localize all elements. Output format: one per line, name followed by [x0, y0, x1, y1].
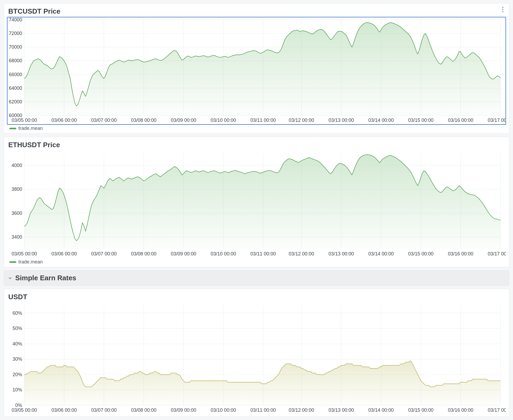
svg-text:3400: 3400	[11, 234, 22, 240]
panel-title: BTCUSDT Price	[8, 7, 506, 15]
svg-text:03/12 00:00: 03/12 00:00	[289, 118, 314, 123]
svg-text:03/07 00:00: 03/07 00:00	[91, 118, 116, 123]
svg-text:30%: 30%	[13, 356, 22, 362]
panel-usdt[interactable]: USDT 0%10%20%30%40%50%60%03/05 00:0003/0…	[4, 289, 509, 417]
svg-text:03/11 00:00: 03/11 00:00	[250, 407, 276, 413]
section-header[interactable]: Simple Earn Rates	[4, 270, 509, 286]
svg-text:03/06 00:00: 03/06 00:00	[51, 407, 77, 413]
svg-text:03/16 00:00: 03/16 00:00	[448, 407, 473, 413]
svg-text:03/10 00:00: 03/10 00:00	[211, 118, 236, 123]
svg-text:03/17 00:00: 03/17 00:00	[488, 407, 506, 413]
svg-text:03/10 00:00: 03/10 00:00	[211, 251, 236, 256]
dashboard-page: BTCUSDT Price 60000620006400066000680007…	[0, 0, 513, 420]
chart-svg: 6000062000640006600068000700007200074000…	[7, 17, 506, 125]
chart-area[interactable]: 0%10%20%30%40%50%60%03/05 00:0003/06 00:…	[7, 303, 506, 414]
svg-text:03/05 00:00: 03/05 00:00	[11, 118, 37, 123]
panel-btcusdt[interactable]: BTCUSDT Price 60000620006400066000680007…	[4, 3, 509, 134]
chart-svg: 0%10%20%30%40%50%60%03/05 00:0003/06 00:…	[7, 303, 506, 414]
legend-swatch	[9, 261, 16, 263]
svg-text:03/09 00:00: 03/09 00:00	[171, 407, 196, 413]
svg-text:50%: 50%	[13, 326, 22, 331]
svg-text:03/11 00:00: 03/11 00:00	[250, 251, 276, 256]
svg-text:03/05 00:00: 03/05 00:00	[11, 251, 37, 256]
svg-text:03/05 00:00: 03/05 00:00	[11, 407, 37, 413]
chevron-down-icon	[8, 276, 13, 281]
svg-text:03/16 00:00: 03/16 00:00	[448, 251, 473, 256]
svg-text:72000: 72000	[9, 31, 22, 36]
panel-title: USDT	[8, 293, 506, 301]
svg-text:03/13 00:00: 03/13 00:00	[329, 118, 354, 123]
svg-text:03/15 00:00: 03/15 00:00	[408, 407, 433, 413]
svg-text:68000: 68000	[9, 58, 22, 63]
svg-text:66000: 66000	[9, 72, 22, 77]
svg-point-2	[502, 11, 503, 12]
svg-text:40%: 40%	[13, 341, 22, 347]
svg-text:03/16 00:00: 03/16 00:00	[448, 118, 473, 123]
svg-text:3800: 3800	[11, 186, 22, 192]
panel-menu-button[interactable]	[498, 5, 507, 14]
svg-text:3600: 3600	[11, 211, 22, 216]
svg-text:60000: 60000	[9, 113, 22, 118]
svg-text:03/12 00:00: 03/12 00:00	[289, 251, 314, 256]
svg-text:03/17 00:00: 03/17 00:00	[488, 251, 506, 256]
chart-legend[interactable]: trade.mean	[7, 126, 506, 131]
svg-text:03/12 00:00: 03/12 00:00	[289, 407, 314, 413]
svg-text:60%: 60%	[13, 310, 22, 316]
svg-point-0	[502, 7, 503, 8]
svg-text:03/06 00:00: 03/06 00:00	[51, 118, 77, 123]
svg-text:03/09 00:00: 03/09 00:00	[171, 118, 196, 123]
svg-text:20%: 20%	[13, 372, 22, 377]
svg-text:03/15 00:00: 03/15 00:00	[408, 118, 433, 123]
svg-text:03/17 00:00: 03/17 00:00	[488, 118, 506, 123]
svg-text:4000: 4000	[11, 163, 22, 168]
svg-text:03/15 00:00: 03/15 00:00	[408, 251, 433, 256]
svg-text:03/09 00:00: 03/09 00:00	[171, 251, 196, 256]
svg-text:03/08 00:00: 03/08 00:00	[131, 118, 156, 123]
svg-text:0%: 0%	[15, 403, 22, 408]
svg-text:10%: 10%	[13, 387, 22, 392]
chart-area[interactable]: 340036003800400003/05 00:0003/06 00:0003…	[7, 151, 506, 258]
svg-point-1	[502, 9, 503, 10]
chart-svg: 340036003800400003/05 00:0003/06 00:0003…	[7, 151, 506, 258]
svg-text:03/08 00:00: 03/08 00:00	[131, 407, 156, 413]
svg-text:03/13 00:00: 03/13 00:00	[329, 407, 354, 413]
section-title: Simple Earn Rates	[15, 274, 76, 282]
svg-text:62000: 62000	[9, 99, 22, 104]
svg-text:03/13 00:00: 03/13 00:00	[329, 251, 354, 256]
svg-text:03/14 00:00: 03/14 00:00	[368, 118, 394, 123]
chart-area[interactable]: 6000062000640006600068000700007200074000…	[7, 17, 506, 125]
svg-text:03/07 00:00: 03/07 00:00	[91, 407, 116, 413]
svg-text:74000: 74000	[9, 17, 22, 22]
chart-legend[interactable]: trade.mean	[7, 259, 506, 265]
legend-label: trade.mean	[18, 259, 43, 265]
svg-text:03/11 00:00: 03/11 00:00	[250, 118, 276, 123]
svg-text:03/07 00:00: 03/07 00:00	[91, 251, 116, 256]
legend-swatch	[9, 128, 16, 129]
svg-text:03/08 00:00: 03/08 00:00	[131, 251, 156, 256]
legend-label: trade.mean	[18, 126, 43, 131]
svg-text:03/14 00:00: 03/14 00:00	[368, 407, 394, 413]
svg-text:03/10 00:00: 03/10 00:00	[211, 407, 236, 413]
panel-ethusdt[interactable]: ETHUSDT Price 340036003800400003/05 00:0…	[4, 137, 509, 267]
svg-text:64000: 64000	[9, 85, 22, 91]
more-vertical-icon	[502, 7, 504, 13]
svg-text:70000: 70000	[9, 44, 22, 50]
panel-title: ETHUSDT Price	[8, 141, 506, 149]
svg-text:03/14 00:00: 03/14 00:00	[368, 251, 394, 256]
svg-text:03/06 00:00: 03/06 00:00	[51, 251, 77, 256]
